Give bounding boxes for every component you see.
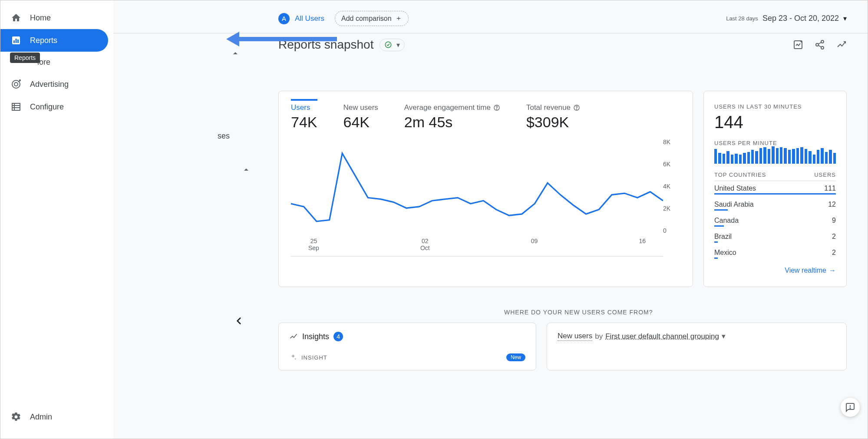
insights-icon[interactable] xyxy=(836,40,847,50)
nu-dimension: First user default channel grouping xyxy=(605,332,719,341)
nu-by: by xyxy=(595,332,603,341)
mini-bar xyxy=(776,148,779,164)
metric-revenue[interactable]: Total revenue $309K xyxy=(526,103,580,131)
tooltip-reports: Reports xyxy=(10,53,40,63)
mini-bar xyxy=(825,152,828,164)
country-row: Saudi Arabia12 xyxy=(714,197,836,209)
nav-configure-label: Configure xyxy=(30,102,64,112)
svg-point-13 xyxy=(816,43,818,46)
share-icon[interactable] xyxy=(815,40,825,50)
verify-pill[interactable]: ▾ xyxy=(380,39,405,51)
country-bar xyxy=(714,193,836,195)
chevron-up-icon[interactable] xyxy=(241,165,251,177)
nav-home-label: Home xyxy=(30,13,51,23)
mini-bar xyxy=(780,147,782,164)
partial-text: ses xyxy=(218,132,230,141)
rt-label1: USERS IN LAST 30 MINUTES xyxy=(714,103,836,110)
segment-label[interactable]: All Users xyxy=(295,14,324,23)
advertising-icon xyxy=(11,79,21,89)
back-arrow-icon[interactable] xyxy=(233,315,244,330)
insight-row-label: INSIGHT xyxy=(301,354,327,361)
metric-newusers[interactable]: New users 64K xyxy=(343,103,378,131)
mini-bar xyxy=(833,153,836,164)
svg-line-15 xyxy=(818,43,822,44)
collapse-icon[interactable] xyxy=(230,48,241,60)
nav-configure[interactable]: Configure xyxy=(0,96,108,118)
metric-newusers-label: New users xyxy=(343,103,378,112)
mini-bar xyxy=(800,147,803,164)
svg-rect-3 xyxy=(17,40,19,43)
metric-users[interactable]: Users 74K xyxy=(291,103,317,131)
country-bar xyxy=(714,241,718,243)
date-range: Sep 23 - Oct 20, 2022 xyxy=(762,14,839,23)
country-users: 12 xyxy=(828,201,836,208)
country-bar xyxy=(714,209,728,211)
metric-engagement[interactable]: Average engagement time 2m 45s xyxy=(404,103,500,131)
mini-bar xyxy=(772,146,774,164)
view-realtime-link[interactable]: View realtime → xyxy=(714,267,836,274)
feedback-button[interactable] xyxy=(841,398,860,417)
reports-icon xyxy=(11,35,21,46)
gear-icon xyxy=(11,412,21,422)
nav-advertising[interactable]: Advertising xyxy=(0,73,108,96)
insights-card: Insights 4 INSIGHT New xyxy=(278,323,536,370)
date-picker[interactable]: Last 28 days Sep 23 - Oct 20, 2022 ▾ xyxy=(726,14,847,23)
mini-bar-chart xyxy=(714,146,836,164)
mini-bar xyxy=(723,154,725,164)
arrow-right-icon: → xyxy=(829,267,836,274)
dropdown-icon: ▾ xyxy=(722,332,726,341)
mini-bar xyxy=(829,150,832,164)
xtick: 16 xyxy=(639,238,646,251)
metric-rev-label: Total revenue xyxy=(526,103,571,112)
segment-avatar[interactable]: A xyxy=(278,13,290,24)
mini-bar xyxy=(796,148,799,164)
country-name: Mexico xyxy=(714,249,736,257)
add-comparison-button[interactable]: Add comparison ＋ xyxy=(335,11,409,26)
mini-bar xyxy=(817,150,819,164)
feedback-icon xyxy=(845,402,855,413)
mini-bar xyxy=(751,150,754,164)
line-series xyxy=(291,153,663,221)
line-chart: 8K6K4K2K0 25Sep02Oct0916 xyxy=(291,139,680,243)
add-comparison-label: Add comparison xyxy=(341,15,392,23)
svg-point-12 xyxy=(821,40,824,43)
nav-home[interactable]: Home xyxy=(0,7,108,29)
rt-value: 144 xyxy=(714,112,836,132)
mini-bar xyxy=(805,149,807,164)
main-content: A All Users Add comparison ＋ Last 28 day… xyxy=(113,0,868,439)
mini-bar xyxy=(821,148,823,164)
xtick: 25Sep xyxy=(308,238,319,251)
mini-bar xyxy=(809,151,811,164)
sparkle-icon xyxy=(289,353,297,361)
ytick: 0 xyxy=(663,227,680,234)
nav-admin[interactable]: Admin xyxy=(0,406,108,428)
nav-advertising-label: Advertising xyxy=(30,80,69,89)
customize-icon[interactable] xyxy=(793,40,803,50)
svg-point-25 xyxy=(850,408,851,409)
date-prefix: Last 28 days xyxy=(726,15,758,22)
help-icon[interactable] xyxy=(493,104,500,111)
ytick: 6K xyxy=(663,161,680,168)
country-users: 9 xyxy=(832,217,836,224)
dropdown-icon: ▾ xyxy=(843,14,847,23)
nav-reports-label: Reports xyxy=(30,36,57,45)
rt-label2: USERS PER MINUTE xyxy=(714,140,836,146)
nav-reports[interactable]: Reports xyxy=(0,29,108,52)
svg-point-10 xyxy=(386,42,392,48)
newusers-dropdown[interactable]: New users by First user default channel … xyxy=(558,332,836,341)
nu-prefix: New users xyxy=(558,332,592,341)
metric-eng-label: Average engagement time xyxy=(404,103,491,112)
metric-eng-value: 2m 45s xyxy=(404,114,500,131)
nav-admin-label: Admin xyxy=(30,413,52,422)
mini-bar xyxy=(739,155,742,164)
country-row: Mexico2 xyxy=(714,245,836,257)
mini-bar xyxy=(784,148,786,164)
check-circle-icon xyxy=(384,41,392,49)
sidebar: Home Reports Reports lore Advertising Co… xyxy=(0,0,113,439)
mini-bar xyxy=(763,147,766,164)
svg-line-16 xyxy=(818,46,822,47)
country-row: Brazil2 xyxy=(714,229,836,241)
mini-bar xyxy=(718,153,721,164)
help-icon[interactable] xyxy=(573,104,580,111)
action-icons xyxy=(793,40,847,50)
